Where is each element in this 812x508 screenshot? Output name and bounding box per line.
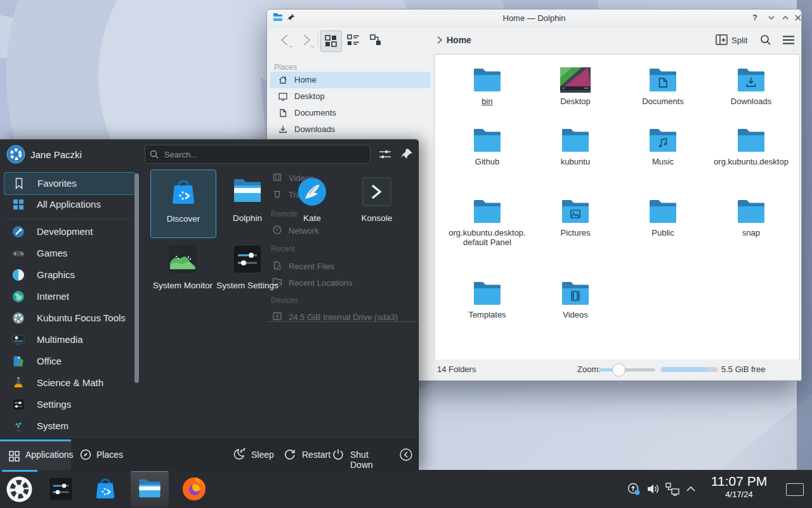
file-public[interactable]: Public [624, 199, 702, 237]
favorite-kate[interactable]: Kate [280, 170, 344, 237]
dolphin-task-button[interactable] [131, 471, 169, 507]
details-view-button[interactable] [366, 30, 386, 51]
sidebar-item-development[interactable]: Development [4, 221, 134, 243]
file-org-kubuntu-desktop[interactable]: org.kubuntu.desktop [712, 128, 790, 166]
taskbar-panel: 11:07 PM 4/17/24 [0, 470, 812, 508]
file-org-kubuntu-desktop-default-panel[interactable]: org.kubuntu.desktop.default Panel [448, 199, 527, 247]
restart-icon [283, 448, 297, 462]
split-button[interactable]: Split [731, 36, 747, 45]
dolphin-icon [138, 478, 162, 499]
system-settings-icon[interactable] [48, 476, 74, 502]
file-bin[interactable]: bin [448, 67, 527, 106]
breadcrumb-root-icon[interactable] [436, 36, 443, 44]
favorite-discover[interactable]: Discover [150, 170, 216, 238]
tab-places[interactable]: Places [71, 439, 140, 471]
folder-view[interactable]: bin Desktop Documents Downloads Github k… [434, 54, 800, 360]
folder-icon [736, 199, 766, 224]
file-documents[interactable]: Documents [624, 67, 702, 106]
sidebar-item-games[interactable]: Games [4, 243, 134, 264]
system-settings-icon [232, 244, 263, 274]
folder-icon [472, 199, 502, 224]
favorites-icon [12, 177, 26, 190]
kubuntu-menu-icon[interactable] [6, 476, 33, 503]
folder-icon [560, 281, 591, 306]
updates-available-icon[interactable] [627, 482, 641, 496]
place-home[interactable]: Home [270, 72, 430, 88]
discover-icon [168, 177, 199, 208]
folder-icon [736, 128, 766, 153]
user-name: Jane Paczki [30, 149, 82, 160]
kate-icon [297, 177, 327, 207]
search-icon[interactable] [759, 34, 772, 46]
leave-back-icon[interactable] [399, 448, 413, 462]
sidebar-item-office[interactable]: Office [4, 351, 134, 372]
clock-date[interactable]: 4/17/24 [698, 490, 780, 499]
user-avatar[interactable] [6, 145, 25, 164]
sidebar-item-kubuntu-focus-tools[interactable]: Kubuntu Focus Tools [4, 307, 134, 329]
sidebar-item-science-math[interactable]: Science & Math [4, 372, 134, 394]
folder-icon [472, 281, 502, 306]
compass-icon [80, 449, 91, 460]
file-templates[interactable]: Templates [448, 281, 527, 319]
file-desktop[interactable]: Desktop [536, 67, 615, 106]
file-github[interactable]: Github [448, 128, 527, 166]
launcher-footer: Applications Places Sleep Restart Shut D… [0, 439, 418, 471]
zoom-slider-knob[interactable] [612, 363, 625, 377]
search-input[interactable] [145, 145, 370, 164]
games-icon [11, 246, 25, 260]
dolphin-icon [232, 177, 263, 204]
folder-icon [648, 128, 678, 153]
favorite-system-monitor[interactable]: System Monitor [150, 237, 215, 304]
tab-applications[interactable]: Applications [0, 439, 71, 471]
favorite-konsole[interactable]: Konsole [344, 170, 409, 237]
file-downloads[interactable]: Downloads [712, 67, 790, 106]
file-kubuntu[interactable]: kubuntu [536, 128, 615, 166]
forward-button[interactable] [299, 32, 315, 50]
sidebar-item-all-applications[interactable]: All Applications [4, 194, 134, 215]
system-icon [11, 419, 25, 433]
file-snap[interactable]: snap [712, 199, 790, 237]
configure-icon[interactable] [378, 148, 392, 161]
audio-volume-icon[interactable] [646, 482, 660, 496]
file-pictures[interactable]: Pictures [536, 199, 615, 237]
file-videos[interactable]: Videos [536, 281, 615, 319]
expand-tray-icon[interactable] [685, 485, 697, 493]
all-applications-icon [11, 197, 25, 211]
breadcrumb[interactable]: Home [447, 35, 471, 45]
launcher-scrollbar[interactable] [134, 173, 139, 383]
sidebar-item-settings[interactable]: Settings [4, 394, 134, 415]
sidebar-item-system[interactable]: System [4, 415, 134, 437]
close-icon[interactable] [792, 13, 804, 23]
place-desktop[interactable]: Desktop [270, 88, 430, 105]
help-icon[interactable]: ? [749, 13, 761, 23]
favorite-dolphin[interactable]: Dolphin [215, 170, 280, 237]
split-icon[interactable] [716, 34, 728, 46]
office-icon [11, 354, 25, 368]
capacity-bar-fill [661, 367, 708, 372]
place-documents[interactable]: Documents [270, 105, 430, 121]
file-music[interactable]: Music [624, 128, 702, 166]
icons-view-button[interactable] [320, 30, 342, 52]
minimize-icon[interactable] [766, 13, 777, 23]
maximize-icon[interactable] [780, 13, 791, 23]
compact-view-button[interactable] [343, 30, 363, 51]
clock-time[interactable]: 11:07 PM [698, 474, 780, 489]
hamburger-menu-icon[interactable] [782, 35, 795, 45]
search-icon [150, 150, 159, 159]
sidebar-item-multimedia[interactable]: Multimedia [4, 329, 134, 351]
network-icon[interactable] [665, 482, 680, 496]
dolphin-titlebar[interactable]: Home — Dolphin ? [267, 10, 801, 27]
place-downloads[interactable]: Downloads [270, 121, 430, 138]
pin-icon[interactable] [400, 147, 414, 161]
sidebar-item-internet[interactable]: Internet [4, 286, 134, 307]
back-button[interactable] [277, 32, 294, 50]
internet-icon [11, 290, 25, 304]
discover-icon[interactable] [93, 476, 118, 502]
sidebar-item-favorites[interactable]: Favorites [4, 172, 136, 195]
firefox-icon[interactable] [181, 476, 207, 502]
sidebar-item-graphics[interactable]: Graphics [4, 264, 134, 286]
shutdown-icon [331, 448, 345, 462]
favorite-system-settings[interactable]: System Settings [215, 237, 280, 304]
capacity-bar [661, 367, 718, 372]
show-desktop-button[interactable] [786, 483, 804, 496]
